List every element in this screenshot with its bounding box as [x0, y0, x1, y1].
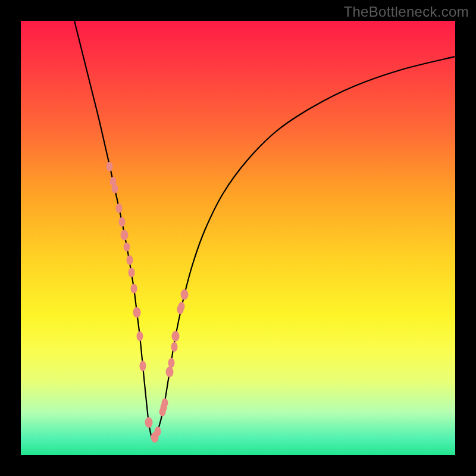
chart-frame: TheBottleneck.com: [0, 0, 476, 476]
watermark-text: TheBottleneck.com: [343, 4, 469, 20]
curve-marker: [155, 427, 161, 436]
curve-marker: [171, 342, 178, 352]
curve-marker: [140, 361, 146, 371]
curve-marker: [137, 331, 143, 341]
curve-marker: [127, 255, 133, 265]
curve-svg: [21, 21, 455, 455]
curve-marker: [124, 243, 130, 252]
plot-area: [21, 21, 455, 455]
curve-marker: [133, 307, 141, 318]
curve-marker: [178, 302, 185, 311]
curve-marker: [107, 162, 113, 171]
curve-marker: [129, 268, 135, 277]
marker-group: [107, 162, 189, 443]
curve-marker: [116, 203, 123, 213]
curve-marker: [119, 217, 126, 227]
curve-marker: [166, 367, 174, 377]
curve-marker: [162, 399, 168, 408]
curve-marker: [131, 284, 137, 293]
curve-marker: [168, 358, 175, 368]
bottleneck-curve: [74, 21, 455, 439]
curve-marker: [121, 230, 129, 240]
curve-marker: [145, 417, 153, 428]
curve-marker: [172, 331, 180, 342]
curve-marker: [112, 184, 118, 193]
curve-marker: [181, 289, 189, 300]
